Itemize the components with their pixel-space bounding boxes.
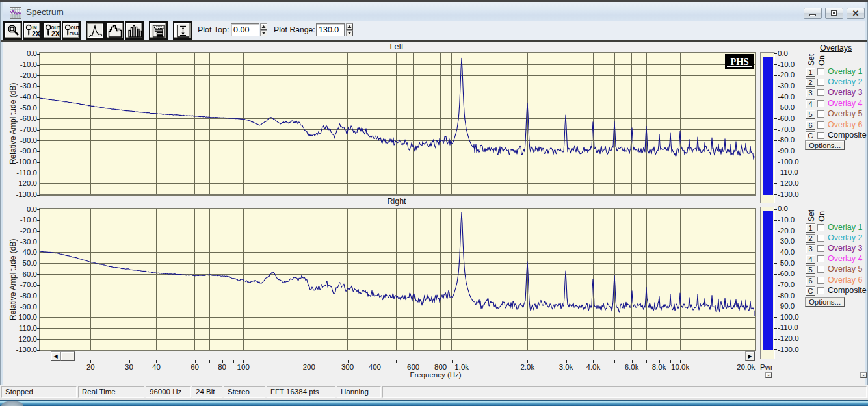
svg-text:2X: 2X bbox=[32, 30, 40, 38]
svg-text:FULL: FULL bbox=[70, 32, 80, 36]
svg-text:2X: 2X bbox=[51, 30, 60, 38]
svg-text:OUT: OUT bbox=[51, 25, 60, 30]
svg-text:OUT: OUT bbox=[71, 25, 80, 30]
svg-text:IN: IN bbox=[33, 25, 37, 30]
